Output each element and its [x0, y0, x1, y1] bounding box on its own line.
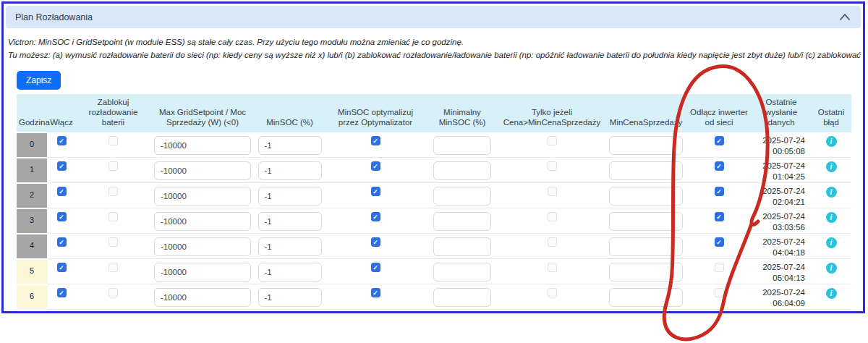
- error-info-icon[interactable]: i: [826, 187, 837, 198]
- minsoc-input[interactable]: [258, 237, 322, 256]
- plan-rozladowania-panel: Plan Rozładowania Victron: MinSOC i Grid…: [1, 1, 865, 313]
- zablokuj-checkbox-cell: [76, 208, 150, 234]
- tylko-jezeli-checkbox[interactable]: [548, 187, 557, 196]
- odlacz-checkbox[interactable]: ✓: [715, 237, 724, 247]
- minsoc-input[interactable]: [258, 288, 322, 307]
- zablokuj-checkbox[interactable]: [109, 237, 118, 247]
- error-info-icon[interactable]: i: [826, 136, 837, 147]
- min-minsoc-input[interactable]: [433, 161, 491, 180]
- odlacz-checkbox[interactable]: [715, 263, 724, 272]
- tylko-jezeli-checkbox[interactable]: [548, 161, 557, 171]
- table-row: 6✓✓2025-07-2406:04:09i: [17, 284, 851, 310]
- tylko-jezeli-checkbox[interactable]: [548, 237, 557, 247]
- min-minsoc-input-cell: [426, 310, 498, 314]
- min-cena-input[interactable]: [609, 263, 683, 281]
- collapse-chevron-up-icon[interactable]: [839, 13, 851, 21]
- min-cena-input[interactable]: [609, 212, 683, 231]
- wlacz-checkbox[interactable]: ✓: [57, 263, 67, 272]
- error-info-icon[interactable]: i: [826, 288, 837, 299]
- min-cena-input-cell: [605, 183, 686, 208]
- tylko-jezeli-checkbox-cell: [498, 183, 605, 208]
- minsoc-opt-checkbox[interactable]: ✓: [371, 136, 380, 145]
- max-gridsetpoint-input[interactable]: [154, 136, 251, 155]
- wlacz-checkbox[interactable]: ✓: [57, 161, 67, 171]
- min-cena-input[interactable]: [609, 136, 683, 155]
- min-minsoc-input[interactable]: [433, 237, 491, 256]
- zablokuj-checkbox[interactable]: [109, 161, 118, 171]
- zablokuj-checkbox[interactable]: [109, 187, 118, 196]
- error-info-icon[interactable]: i: [826, 237, 837, 248]
- error-info-icon[interactable]: i: [826, 212, 837, 223]
- min-cena-input[interactable]: [609, 187, 683, 206]
- wlacz-checkbox[interactable]: ✓: [57, 237, 67, 247]
- zablokuj-checkbox[interactable]: [109, 136, 118, 145]
- odlacz-checkbox[interactable]: ✓: [715, 161, 724, 171]
- minsoc-opt-checkbox[interactable]: ✓: [371, 212, 380, 221]
- tylko-jezeli-checkbox[interactable]: [548, 136, 557, 145]
- wlacz-checkbox-cell: ✓: [47, 183, 76, 208]
- wlacz-checkbox[interactable]: ✓: [57, 212, 67, 221]
- panel-header[interactable]: Plan Rozładowania: [6, 6, 861, 28]
- sent-timestamp: 2025-07-2407:04:04: [752, 310, 811, 314]
- column-header: MinSOC optymalizuj przez Optymalizator: [325, 94, 426, 132]
- odlacz-checkbox-cell: [686, 259, 752, 284]
- minsoc-opt-checkbox[interactable]: ✓: [371, 237, 380, 247]
- wlacz-checkbox[interactable]: ✓: [57, 288, 67, 297]
- min-minsoc-input[interactable]: [433, 136, 491, 155]
- max-gridsetpoint-input[interactable]: [154, 212, 251, 231]
- zablokuj-checkbox[interactable]: [109, 263, 118, 272]
- tylko-jezeli-checkbox[interactable]: [548, 263, 557, 272]
- minsoc-input-cell: [255, 310, 325, 314]
- save-button[interactable]: Zapisz: [17, 71, 61, 90]
- odlacz-checkbox[interactable]: [715, 288, 724, 297]
- zablokuj-checkbox[interactable]: [109, 288, 118, 297]
- minsoc-opt-checkbox-cell: ✓: [325, 259, 426, 284]
- error-info-icon[interactable]: i: [826, 263, 837, 274]
- odlacz-checkbox[interactable]: ✓: [715, 187, 724, 196]
- min-minsoc-input-cell: [426, 183, 498, 208]
- max-gridsetpoint-input[interactable]: [154, 237, 251, 256]
- column-header: Odłącz inwerter od sieci: [686, 94, 752, 132]
- min-cena-input-cell: [605, 158, 686, 183]
- min-cena-input-cell: [605, 234, 686, 259]
- max-gridsetpoint-input[interactable]: [154, 288, 251, 307]
- min-minsoc-input[interactable]: [433, 263, 491, 281]
- max-gridsetpoint-input[interactable]: [154, 161, 251, 180]
- odlacz-checkbox-cell: ✓: [686, 208, 752, 234]
- wlacz-checkbox[interactable]: ✓: [57, 187, 67, 196]
- wlacz-checkbox[interactable]: ✓: [57, 136, 67, 145]
- minsoc-opt-checkbox-cell: ✓: [325, 310, 426, 314]
- min-cena-input[interactable]: [609, 161, 683, 180]
- min-minsoc-input-cell: [426, 208, 498, 234]
- minsoc-input[interactable]: [258, 161, 322, 180]
- min-minsoc-input[interactable]: [433, 288, 491, 307]
- odlacz-checkbox[interactable]: ✓: [715, 212, 724, 221]
- minsoc-opt-checkbox[interactable]: ✓: [371, 161, 380, 171]
- odlacz-checkbox[interactable]: ✓: [715, 136, 724, 145]
- column-header: Zablokuj rozładowanie baterii: [76, 94, 150, 132]
- discharge-plan-table: GodzinaWłączZablokuj rozładowanie bateri…: [17, 94, 851, 313]
- zablokuj-checkbox[interactable]: [109, 212, 118, 221]
- max-gridsetpoint-input-cell: [150, 284, 255, 310]
- minsoc-opt-checkbox[interactable]: ✓: [371, 263, 380, 272]
- min-minsoc-input[interactable]: [433, 187, 491, 206]
- minsoc-input[interactable]: [258, 136, 322, 155]
- min-minsoc-input[interactable]: [433, 212, 491, 231]
- error-cell: i: [811, 234, 851, 259]
- tylko-jezeli-checkbox-cell: [498, 234, 605, 259]
- description-line-1: Victron: MinSOC i GridSetpoint (w module…: [8, 36, 863, 49]
- min-cena-input[interactable]: [609, 237, 683, 256]
- minsoc-opt-checkbox[interactable]: ✓: [371, 288, 380, 297]
- minsoc-input[interactable]: [258, 263, 322, 281]
- error-info-icon[interactable]: i: [826, 161, 837, 172]
- min-cena-input[interactable]: [609, 288, 683, 307]
- minsoc-input[interactable]: [258, 212, 322, 231]
- sent-timestamp: 2025-07-2406:04:09: [752, 284, 811, 310]
- max-gridsetpoint-input[interactable]: [154, 263, 251, 281]
- tylko-jezeli-checkbox[interactable]: [548, 288, 557, 297]
- minsoc-input[interactable]: [258, 187, 322, 206]
- odlacz-checkbox-cell: [686, 284, 752, 310]
- minsoc-opt-checkbox[interactable]: ✓: [371, 187, 380, 196]
- tylko-jezeli-checkbox[interactable]: [548, 212, 557, 221]
- max-gridsetpoint-input[interactable]: [154, 187, 251, 206]
